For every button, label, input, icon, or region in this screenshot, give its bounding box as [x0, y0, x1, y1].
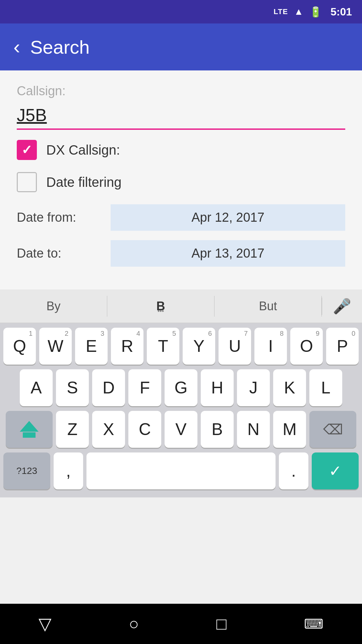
suggestion-b[interactable]: B •••: [107, 296, 215, 317]
key-f[interactable]: F: [128, 369, 161, 406]
date-from-label: Date from:: [17, 210, 111, 225]
date-to-row: Date to: Apr 13, 2017: [17, 240, 345, 267]
key-p[interactable]: 0P: [326, 328, 359, 365]
signal-icon: ▲: [294, 6, 303, 17]
form-content: Callsign: DX Callsign: Date filtering Da…: [0, 70, 362, 289]
callsign-input[interactable]: [17, 102, 345, 130]
date-to-picker[interactable]: Apr 13, 2017: [111, 240, 345, 267]
dx-callsign-label: DX Callsign:: [46, 143, 120, 158]
keyboard-row-3: Z X C V B N M ⌫: [3, 411, 359, 448]
mic-icon: 🎤: [333, 298, 351, 315]
shift-key[interactable]: [6, 411, 53, 448]
key-v[interactable]: V: [165, 411, 197, 448]
lte-icon: LTE: [274, 7, 288, 16]
space-key[interactable]: [86, 452, 276, 489]
key-u[interactable]: 7U: [219, 328, 251, 365]
callsign-input-wrapper: [17, 102, 345, 130]
key-w[interactable]: 2W: [39, 328, 72, 365]
key-b[interactable]: B: [201, 411, 234, 448]
nav-back-button[interactable]: ▽: [39, 614, 51, 634]
key-h[interactable]: H: [201, 369, 234, 406]
backspace-icon: ⌫: [323, 421, 343, 438]
key-k[interactable]: K: [273, 369, 306, 406]
date-to-label: Date to:: [17, 246, 111, 261]
time-display: 5:01: [330, 6, 352, 18]
key-i[interactable]: 8I: [254, 328, 287, 365]
key-z[interactable]: Z: [56, 411, 89, 448]
key-x[interactable]: X: [92, 411, 125, 448]
key-c[interactable]: C: [128, 411, 161, 448]
numeric-key[interactable]: ?123: [3, 452, 50, 489]
key-a[interactable]: A: [20, 369, 53, 406]
date-from-picker[interactable]: Apr 12, 2017: [111, 204, 345, 231]
back-button[interactable]: ‹: [13, 37, 20, 57]
keyboard-suggestions: By B ••• But 🎤: [0, 289, 362, 323]
key-y[interactable]: 6Y: [183, 328, 215, 365]
key-period[interactable]: .: [279, 452, 308, 489]
key-s[interactable]: S: [56, 369, 89, 406]
key-d[interactable]: D: [92, 369, 125, 406]
key-comma[interactable]: ,: [54, 452, 83, 489]
keyboard-row-4: ?123 , . ✓: [3, 452, 359, 489]
suggestion-by[interactable]: By: [0, 296, 107, 317]
key-l[interactable]: L: [309, 369, 342, 406]
date-filtering-row: Date filtering: [17, 172, 345, 192]
shift-up-arrow: [20, 421, 39, 432]
key-q[interactable]: 1Q: [3, 328, 36, 365]
nav-recents-button[interactable]: □: [216, 614, 226, 634]
nav-home-button[interactable]: ○: [129, 614, 139, 634]
mic-button[interactable]: 🎤: [322, 298, 362, 315]
key-j[interactable]: J: [237, 369, 270, 406]
app-bar: ‹ Search: [0, 23, 362, 70]
backspace-key[interactable]: ⌫: [309, 411, 356, 448]
back-icon: ‹: [13, 37, 20, 57]
keyboard-row-2: A S D F G H J K L: [3, 369, 359, 406]
suggestion-dots: •••: [158, 308, 164, 315]
date-filtering-label: Date filtering: [46, 175, 122, 190]
key-n[interactable]: N: [237, 411, 270, 448]
action-key[interactable]: ✓: [312, 452, 359, 489]
callsign-label: Callsign:: [17, 84, 345, 98]
status-bar: LTE ▲ 🔋 5:01: [0, 0, 362, 23]
date-from-row: Date from: Apr 12, 2017: [17, 204, 345, 231]
key-g[interactable]: G: [165, 369, 197, 406]
battery-icon: 🔋: [309, 6, 322, 18]
dx-callsign-row: DX Callsign:: [17, 140, 345, 160]
keyboard: 1Q 2W 3E 4R 5T 6Y 7U 8I 9O 0P A S D F G …: [0, 323, 362, 497]
suggestion-but[interactable]: But: [215, 296, 322, 317]
date-filtering-checkbox[interactable]: [17, 172, 37, 192]
shift-line: [23, 432, 36, 438]
key-t[interactable]: 5T: [147, 328, 179, 365]
dx-callsign-checkbox[interactable]: [17, 140, 37, 160]
nav-keyboard-button[interactable]: ⌨: [304, 616, 323, 632]
nav-bar: ▽ ○ □ ⌨: [0, 604, 362, 644]
keyboard-row-1: 1Q 2W 3E 4R 5T 6Y 7U 8I 9O 0P: [3, 328, 359, 365]
page-title: Search: [30, 36, 89, 58]
key-e[interactable]: 3E: [75, 328, 108, 365]
key-m[interactable]: M: [273, 411, 306, 448]
check-icon: ✓: [329, 462, 342, 480]
key-r[interactable]: 4R: [111, 328, 143, 365]
key-o[interactable]: 9O: [290, 328, 323, 365]
